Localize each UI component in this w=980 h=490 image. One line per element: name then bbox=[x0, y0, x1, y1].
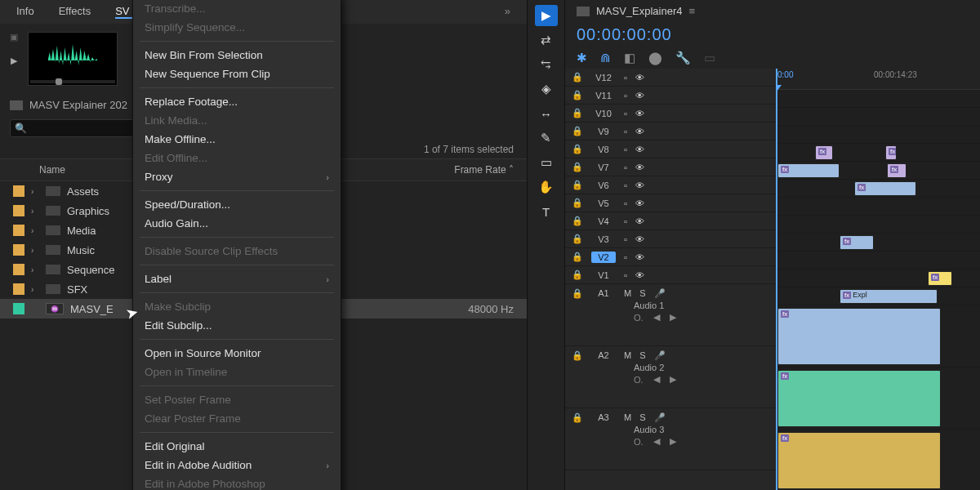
mute-button[interactable]: M bbox=[624, 350, 631, 360]
video-track-header[interactable]: 🔒V11▫👁 bbox=[565, 87, 776, 105]
audio-track-header[interactable]: 🔒A2MS🎤Audio 2O.◀▶ bbox=[565, 346, 776, 408]
chevron-right-icon[interactable]: › bbox=[31, 285, 39, 294]
prev-keyframe-icon[interactable]: ◀ bbox=[653, 312, 660, 323]
snap-icon[interactable]: ✱ bbox=[577, 51, 587, 65]
track-label[interactable]: V12 bbox=[591, 72, 616, 83]
timeline-clip[interactable]: fx bbox=[815, 145, 833, 160]
tool-button[interactable]: ▭ bbox=[535, 152, 558, 173]
timeline-clip[interactable]: fx bbox=[887, 163, 906, 178]
lock-icon[interactable]: 🔒 bbox=[572, 108, 583, 118]
mute-button[interactable]: M bbox=[624, 288, 631, 298]
magnet-icon[interactable]: ⋒ bbox=[600, 51, 611, 65]
track-label[interactable]: V1 bbox=[591, 270, 616, 281]
context-menu-item[interactable]: Edit Original bbox=[133, 437, 341, 456]
keyframe-icon[interactable]: O. bbox=[634, 375, 644, 385]
toggle-output-icon[interactable]: ▫ bbox=[624, 198, 627, 208]
playhead[interactable] bbox=[776, 69, 777, 490]
camera-icon[interactable]: ▣ bbox=[10, 32, 18, 42]
timeline-clip[interactable]: fx bbox=[777, 370, 941, 427]
toggle-output-icon[interactable]: ▫ bbox=[624, 145, 627, 154]
toggle-output-icon[interactable]: ▫ bbox=[624, 109, 627, 118]
video-track-header[interactable]: 🔒V9▫👁 bbox=[565, 122, 776, 140]
wrench-icon[interactable]: 🔧 bbox=[675, 51, 691, 65]
tool-button[interactable]: ▶ bbox=[535, 5, 558, 26]
toggle-output-icon[interactable]: ▫ bbox=[624, 216, 627, 226]
lock-icon[interactable]: 🔒 bbox=[572, 216, 583, 226]
tool-button[interactable]: ✎ bbox=[535, 127, 558, 149]
tool-button[interactable]: T bbox=[535, 201, 558, 222]
eye-icon[interactable]: 👁 bbox=[635, 145, 644, 154]
track-label[interactable]: V7 bbox=[591, 162, 616, 173]
lock-icon[interactable]: 🔒 bbox=[572, 252, 583, 262]
context-menu-item[interactable]: Edit in Adobe Audition› bbox=[133, 456, 341, 474]
chevron-right-icon[interactable]: › bbox=[31, 207, 39, 216]
audio-track-header[interactable]: 🔒A3MS🎤Audio 3O.◀▶ bbox=[565, 408, 776, 470]
lock-icon[interactable]: 🔒 bbox=[572, 72, 583, 82]
panel-menu-icon[interactable] bbox=[577, 7, 590, 16]
tool-button[interactable]: ◈ bbox=[535, 78, 558, 100]
tool-button[interactable]: ⇄ bbox=[535, 29, 558, 51]
eye-icon[interactable]: 👁 bbox=[635, 270, 644, 280]
thumbnail-scrubber[interactable] bbox=[30, 80, 115, 83]
track-label[interactable]: V10 bbox=[591, 108, 616, 119]
track-content[interactable]: 0:00 00:00:14:23 fxfxfxfxfxfxfxfxExplfxf… bbox=[776, 69, 980, 490]
solo-button[interactable]: S bbox=[639, 412, 645, 422]
track-label[interactable]: A2 bbox=[591, 350, 616, 361]
mute-button[interactable]: M bbox=[624, 412, 631, 422]
context-menu-item[interactable]: Replace Footage... bbox=[133, 92, 341, 111]
next-keyframe-icon[interactable]: ▶ bbox=[670, 312, 676, 323]
lock-icon[interactable]: 🔒 bbox=[572, 198, 583, 208]
lock-icon[interactable]: 🔒 bbox=[572, 270, 583, 280]
chevron-right-icon[interactable]: › bbox=[31, 265, 39, 274]
lock-icon[interactable]: 🔒 bbox=[572, 350, 583, 361]
video-track-header[interactable]: 🔒V1▫👁 bbox=[565, 266, 776, 284]
eye-icon[interactable]: 👁 bbox=[635, 180, 644, 190]
video-track-header[interactable]: 🔒V8▫👁 bbox=[565, 140, 776, 158]
solo-button[interactable]: S bbox=[639, 288, 645, 298]
audio-track-header[interactable]: 🔒A1MS🎤Audio 1O.◀▶ bbox=[565, 284, 776, 346]
timeline-clip[interactable]: fx bbox=[777, 308, 941, 365]
lock-icon[interactable]: 🔒 bbox=[572, 162, 583, 172]
chevron-right-icon[interactable]: › bbox=[31, 187, 39, 196]
tool-button[interactable]: ⥃ bbox=[535, 54, 558, 75]
lock-icon[interactable]: 🔒 bbox=[572, 90, 583, 100]
track-label[interactable]: V11 bbox=[591, 90, 616, 101]
timeline-clip[interactable]: fx bbox=[885, 145, 897, 160]
track-label[interactable]: A3 bbox=[591, 412, 616, 423]
mic-icon[interactable]: 🎤 bbox=[654, 288, 666, 299]
context-menu-item[interactable]: Make Offline... bbox=[133, 130, 341, 149]
track-label[interactable]: V5 bbox=[591, 198, 616, 209]
chevron-right-icon[interactable]: › bbox=[31, 246, 39, 255]
video-track-header[interactable]: 🔒V2▫👁 bbox=[565, 248, 776, 266]
lock-icon[interactable]: 🔒 bbox=[572, 180, 583, 190]
marker-icon[interactable]: ⬤ bbox=[648, 51, 662, 65]
tool-button[interactable]: ↔ bbox=[535, 103, 558, 124]
video-track-header[interactable]: 🔒V4▫👁 bbox=[565, 212, 776, 230]
video-track-header[interactable]: 🔒V7▫👁 bbox=[565, 158, 776, 176]
toggle-output-icon[interactable]: ▫ bbox=[624, 234, 627, 244]
toggle-output-icon[interactable]: ▫ bbox=[624, 91, 627, 100]
timeline-clip[interactable]: fx bbox=[777, 163, 840, 178]
toggle-output-icon[interactable]: ▫ bbox=[624, 163, 627, 172]
keyframe-icon[interactable]: O. bbox=[634, 437, 644, 447]
lock-icon[interactable]: 🔒 bbox=[572, 126, 583, 136]
timeline-clip[interactable]: fx bbox=[840, 235, 874, 250]
keyframe-icon[interactable]: O. bbox=[634, 313, 644, 323]
hamburger-icon[interactable]: ≡ bbox=[689, 5, 696, 17]
track-label[interactable]: V8 bbox=[591, 144, 616, 155]
context-menu-item[interactable]: Speed/Duration... bbox=[133, 195, 341, 214]
chevron-right-icon[interactable]: › bbox=[31, 226, 39, 235]
lock-icon[interactable]: 🔒 bbox=[572, 412, 583, 423]
tab-effects[interactable]: Effects bbox=[59, 5, 91, 19]
track-label[interactable]: V6 bbox=[591, 180, 616, 191]
track-label[interactable]: A1 bbox=[591, 287, 616, 299]
next-keyframe-icon[interactable]: ▶ bbox=[670, 436, 676, 447]
context-menu-item[interactable]: Label› bbox=[133, 270, 341, 288]
video-track-header[interactable]: 🔒V10▫👁 bbox=[565, 105, 776, 122]
toggle-output-icon[interactable]: ▫ bbox=[624, 252, 627, 262]
time-ruler[interactable]: 0:00 00:00:14:23 bbox=[776, 69, 980, 90]
track-label[interactable]: V4 bbox=[591, 216, 616, 227]
tab-info[interactable]: Info bbox=[16, 5, 34, 19]
timecode-display[interactable]: 00:00:00:00 bbox=[565, 22, 980, 47]
eye-icon[interactable]: 👁 bbox=[635, 198, 644, 208]
